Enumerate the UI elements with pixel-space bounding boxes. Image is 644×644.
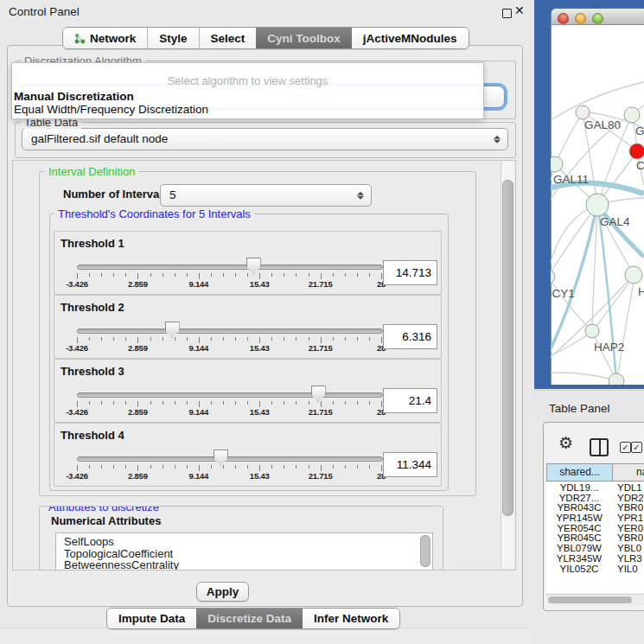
tab-jactivemnodules[interactable]: jActiveMNodules bbox=[352, 28, 469, 48]
slider-tick bbox=[223, 465, 224, 469]
slider-tick bbox=[175, 337, 175, 341]
tab-cyni-toolbox[interactable]: Cyni Toolbox bbox=[256, 28, 352, 48]
tab-style[interactable]: Style bbox=[147, 28, 198, 48]
slider-tick bbox=[247, 273, 248, 277]
network-node[interactable] bbox=[609, 373, 624, 385]
table-row[interactable]: YIL052CYIL0 bbox=[546, 564, 644, 573]
horizontal-scrollbar-thumb[interactable] bbox=[548, 596, 632, 603]
close-traffic-light-icon[interactable] bbox=[558, 13, 569, 24]
slider-tick bbox=[187, 401, 188, 405]
threshold-label: Threshold 2 bbox=[61, 301, 124, 314]
cell-name: YLR3 bbox=[612, 554, 642, 564]
numerical-attributes-list: SelfLoopsTopologicalCoefficientBetweenne… bbox=[55, 532, 433, 571]
slider-tick bbox=[369, 337, 370, 341]
slider-tick bbox=[381, 401, 382, 407]
network-node[interactable] bbox=[624, 107, 640, 123]
slider-thumb[interactable] bbox=[246, 258, 261, 274]
slider-tick bbox=[381, 337, 382, 343]
popup-option-equal-width[interactable]: Equal Width/Frequency Discretization bbox=[14, 103, 483, 116]
slider-thumb[interactable] bbox=[311, 386, 326, 402]
slider-thumb[interactable] bbox=[165, 322, 180, 338]
slider-tick bbox=[211, 465, 212, 469]
table-row[interactable]: YLR345WYLR3 bbox=[546, 554, 644, 564]
slider-tick bbox=[296, 337, 296, 341]
threshold-value-field[interactable]: 11.344 bbox=[383, 452, 437, 477]
horizontal-scrollbar-track[interactable] bbox=[546, 594, 644, 605]
tab-discretize-data[interactable]: Discretize Data bbox=[196, 609, 303, 628]
slider-tick bbox=[77, 401, 78, 407]
attribute-list-item[interactable]: SelfLoops bbox=[56, 536, 432, 548]
list-scrollbar-thumb[interactable] bbox=[420, 535, 430, 567]
stepper-icon bbox=[357, 190, 364, 201]
slider-tick bbox=[381, 465, 382, 471]
slider-tick bbox=[89, 273, 90, 277]
checkbox-icon[interactable]: ✓ bbox=[620, 442, 631, 453]
slider-tick bbox=[296, 401, 296, 405]
float-window-icon[interactable] bbox=[502, 9, 512, 18]
column-header-name[interactable]: na bbox=[612, 463, 644, 481]
network-node[interactable] bbox=[629, 143, 644, 159]
slider-tick bbox=[369, 465, 370, 469]
attribute-list-item[interactable]: TopologicalCoefficient bbox=[56, 548, 432, 560]
zoom-traffic-light-icon[interactable] bbox=[592, 13, 603, 24]
table-row[interactable]: YPR145WYPR1 bbox=[546, 513, 644, 524]
gear-icon[interactable]: ⚙ bbox=[558, 435, 573, 451]
slider-tick bbox=[150, 465, 151, 469]
tab-infer-network[interactable]: Infer Network bbox=[303, 609, 399, 628]
number-of-intervals-combo[interactable]: 5 bbox=[160, 184, 372, 207]
threshold-value-field[interactable]: 21.4 bbox=[383, 388, 437, 413]
slider-tick bbox=[333, 337, 334, 341]
minimize-traffic-light-icon[interactable] bbox=[575, 13, 586, 24]
threshold-value-field[interactable]: 14.713 bbox=[383, 260, 437, 285]
column-header-shared-name[interactable]: shared... bbox=[546, 463, 613, 481]
network-node[interactable] bbox=[551, 270, 555, 284]
network-node[interactable] bbox=[551, 156, 563, 172]
slider-tick-label: -3.426 bbox=[66, 471, 88, 481]
table-data-combo[interactable]: galFiltered.sif default node bbox=[22, 128, 508, 150]
slider-tick bbox=[259, 273, 260, 279]
table-row[interactable]: YDL19...YDL1 bbox=[546, 483, 644, 494]
slider-track[interactable] bbox=[77, 456, 383, 462]
slider-tick bbox=[321, 337, 322, 343]
slider-tick bbox=[101, 465, 102, 469]
slider-tick bbox=[369, 401, 370, 405]
slider-tick bbox=[137, 273, 138, 279]
slider-thumb[interactable] bbox=[214, 450, 228, 466]
network-canvas[interactable]: GAL80GCGAL11GAL4GCY1HHAP2 bbox=[551, 24, 644, 385]
slider-tick bbox=[101, 273, 102, 277]
slider-track[interactable] bbox=[77, 392, 383, 398]
slider-tick bbox=[247, 337, 248, 341]
network-node[interactable] bbox=[625, 266, 642, 284]
vertical-scrollbar-thumb[interactable] bbox=[502, 180, 513, 516]
table-data-combo-value: galFiltered.sif default node bbox=[31, 129, 168, 150]
slider-tick bbox=[223, 337, 224, 341]
popup-option-manual[interactable]: Manual Discretization bbox=[14, 90, 483, 103]
slider-tick-label: -3.426 bbox=[66, 343, 88, 353]
network-node[interactable] bbox=[576, 105, 590, 119]
cell-name: YIL0 bbox=[612, 564, 638, 573]
network-window-titlebar[interactable] bbox=[552, 9, 644, 25]
slider-tick bbox=[333, 465, 334, 469]
slider-tick bbox=[89, 337, 90, 341]
close-icon[interactable]: ✕ bbox=[514, 3, 525, 17]
threshold-panel: Threshold 4-3.4262.8599.14415.4321.71528… bbox=[54, 423, 442, 487]
tab-network[interactable]: Network bbox=[63, 28, 147, 48]
network-node[interactable] bbox=[586, 194, 609, 216]
network-node[interactable] bbox=[585, 324, 599, 338]
tab-impute-data[interactable]: Impute Data bbox=[107, 609, 196, 628]
slider-tick bbox=[357, 401, 358, 405]
apply-button[interactable]: Apply bbox=[196, 582, 249, 602]
slider-tick-label: 21.715 bbox=[309, 407, 333, 417]
slider-tick bbox=[199, 273, 200, 279]
checkbox-icon[interactable]: ✓ bbox=[631, 442, 642, 453]
cell-shared-name: YDL19... bbox=[546, 483, 612, 494]
attribute-list-item[interactable]: BetweennessCentrality bbox=[56, 559, 432, 571]
columns-icon[interactable] bbox=[590, 438, 609, 456]
network-node-label: GAL80 bbox=[584, 118, 621, 131]
threshold-value-field[interactable]: 6.316 bbox=[383, 324, 437, 349]
slider-track[interactable] bbox=[77, 328, 383, 334]
slider-tick bbox=[321, 401, 322, 407]
slider-tick bbox=[211, 273, 212, 277]
tab-select[interactable]: Select bbox=[199, 28, 257, 48]
slider-track[interactable] bbox=[77, 265, 383, 270]
